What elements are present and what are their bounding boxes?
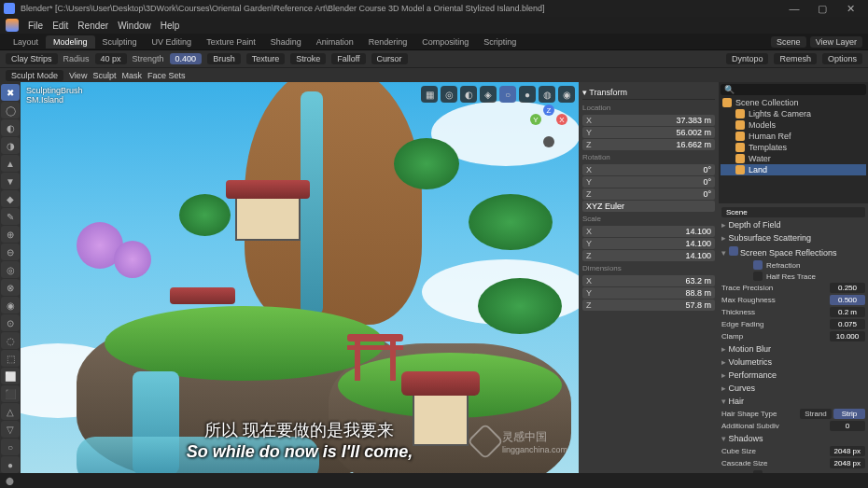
remesh-menu[interactable]: Remesh <box>774 53 817 64</box>
shading-rendered-icon[interactable]: ◉ <box>558 86 575 103</box>
menu-window[interactable]: Window <box>118 21 151 31</box>
minimize-button[interactable]: — <box>780 3 808 14</box>
max-roughness-field[interactable]: 0.500 <box>830 295 865 305</box>
mask-menu[interactable]: Mask <box>121 71 142 80</box>
tool-crease[interactable]: ◆ <box>1 190 20 207</box>
menu-help[interactable]: Help <box>161 21 180 31</box>
tool-pose[interactable]: ⬜ <box>1 368 20 384</box>
trace-precision-field[interactable]: 0.250 <box>830 283 865 293</box>
rotation-z-field[interactable]: Z0° <box>582 188 715 200</box>
tab-modeling[interactable]: Modeling <box>46 35 95 49</box>
menu-file[interactable]: File <box>28 21 43 31</box>
outliner-item-water[interactable]: Water <box>721 153 866 164</box>
tab-sculpting[interactable]: Sculpting <box>95 35 145 49</box>
hairshape-strip-button[interactable]: Strip <box>833 409 865 419</box>
shadows-section[interactable]: Shadows <box>721 432 865 445</box>
tab-scripting[interactable]: Scripting <box>476 35 524 49</box>
view-menu[interactable]: View <box>69 71 87 80</box>
radius-field[interactable]: 40 px <box>95 53 127 64</box>
edge-fading-field[interactable]: 0.075 <box>830 319 865 329</box>
tool-boundary[interactable]: ○ <box>1 439 20 455</box>
tool-smooth[interactable]: ✎ <box>1 208 20 225</box>
dim-y-field[interactable]: Y88.8 m <box>582 287 715 299</box>
outliner-item-templates[interactable]: Templates <box>721 142 866 153</box>
tab-uvediting[interactable]: UV Editing <box>145 35 200 49</box>
sculpt-menu[interactable]: Sculpt <box>92 71 116 80</box>
tool-slide[interactable]: ▽ <box>1 421 20 438</box>
scene-name-field[interactable]: Scene <box>721 207 865 217</box>
tool-blob[interactable]: ▼ <box>1 173 20 189</box>
tool-claystrips[interactable]: ◯ <box>1 102 20 119</box>
refraction-checkbox[interactable] <box>753 260 763 270</box>
location-x-field[interactable]: X37.383 m <box>582 115 715 126</box>
clamp-field[interactable]: 10.000 <box>830 331 865 342</box>
outliner-root[interactable]: Scene Collection <box>721 97 866 108</box>
volumetrics-section[interactable]: Volumetrics <box>721 356 865 369</box>
transform-section-header[interactable]: ▾ Transform <box>582 86 715 100</box>
tab-layout[interactable]: Layout <box>6 35 46 49</box>
hairshape-strand-button[interactable]: Strand <box>800 409 832 419</box>
options-menu[interactable]: Options <box>822 53 862 64</box>
maximize-button[interactable]: ▢ <box>808 3 836 15</box>
tool-draw[interactable]: ✖ <box>1 84 20 101</box>
tool-inflate[interactable]: ▲ <box>1 155 20 172</box>
curves-section[interactable]: Curves <box>721 382 865 395</box>
highbit-checkbox[interactable] <box>753 470 763 473</box>
ssr-checkbox[interactable] <box>729 246 738 256</box>
outliner-search[interactable]: 🔍 <box>721 84 866 95</box>
tool-elastic[interactable]: ⊙ <box>1 314 20 331</box>
menu-render[interactable]: Render <box>77 21 108 31</box>
stroke-menu[interactable]: Stroke <box>290 53 326 64</box>
tool-thumb[interactable]: ⬚ <box>1 350 20 367</box>
tab-texturepaint[interactable]: Texture Paint <box>199 35 263 49</box>
cubesize-field[interactable]: 2048 px <box>830 446 865 456</box>
tab-shading[interactable]: Shading <box>263 35 309 49</box>
halfres-checkbox[interactable] <box>753 272 763 281</box>
brush-menu[interactable]: Brush <box>207 53 241 64</box>
gizmo-camera-icon[interactable]: ◎ <box>441 86 457 103</box>
gizmo-xray-icon[interactable]: ◈ <box>480 86 497 103</box>
scale-x-field[interactable]: X14.100 <box>582 226 715 237</box>
facesets-menu[interactable]: Face Sets <box>147 71 186 80</box>
brush-selector[interactable]: Clay Strips <box>6 53 58 64</box>
tool-scrape[interactable]: ◎ <box>1 261 20 278</box>
location-z-field[interactable]: Z16.662 m <box>582 139 715 150</box>
tab-rendering[interactable]: Rendering <box>361 35 415 49</box>
thickness-field[interactable]: 0.2 m <box>830 307 865 317</box>
tool-rotate[interactable]: △ <box>1 403 20 420</box>
navigation-gizmo[interactable]: X Y Z <box>526 106 569 149</box>
hair-section[interactable]: Hair <box>721 395 865 408</box>
dim-z-field[interactable]: Z57.8 m <box>582 300 715 311</box>
tool-nudge[interactable]: ⬛ <box>1 385 20 402</box>
tool-fill[interactable]: ⊖ <box>1 244 20 260</box>
falloff-menu[interactable]: Falloff <box>331 53 365 64</box>
rotation-x-field[interactable]: X0° <box>582 164 715 175</box>
mode-selector[interactable]: Sculpt Mode <box>6 70 63 81</box>
dof-section[interactable]: Depth of Field <box>721 218 865 231</box>
gizmo-overlay-icon[interactable]: ◐ <box>460 86 477 103</box>
gizmo-select-icon[interactable]: ▦ <box>421 86 438 103</box>
outliner-item-humanref[interactable]: Human Ref <box>721 131 866 142</box>
dim-x-field[interactable]: X63.2 m <box>582 275 715 286</box>
shading-wire-icon[interactable]: ○ <box>499 86 516 103</box>
cascadesize-field[interactable]: 2048 px <box>830 458 865 468</box>
motionblur-section[interactable]: Motion Blur <box>721 342 865 356</box>
tool-layer[interactable]: ◑ <box>1 137 20 154</box>
outliner-item-models[interactable]: Models <box>721 119 866 131</box>
viewlayer-selector[interactable]: View Layer <box>810 36 862 48</box>
tab-compositing[interactable]: Compositing <box>414 35 476 49</box>
menu-edit[interactable]: Edit <box>52 21 68 31</box>
performance-section[interactable]: Performance <box>721 369 865 382</box>
ssr-section[interactable]: Screen Space Reflections <box>721 244 865 259</box>
tool-clay[interactable]: ◐ <box>1 119 20 136</box>
close-button[interactable]: ✕ <box>836 3 864 15</box>
scale-z-field[interactable]: Z14.100 <box>582 250 715 261</box>
3d-viewport[interactable]: SculptingBrush SM.Island ▦ ◎ ◐ ◈ ○ ● ◍ ◉… <box>21 82 579 473</box>
tool-grab[interactable]: ◉ <box>1 297 20 314</box>
rotation-y-field[interactable]: Y0° <box>582 176 715 188</box>
dyntopo-toggle[interactable]: Dyntopo <box>726 53 769 64</box>
outliner-item-land[interactable]: Land <box>721 164 866 175</box>
tool-flatten[interactable]: ⊕ <box>1 226 20 243</box>
subdiv-field[interactable]: 0 <box>830 421 865 431</box>
scale-y-field[interactable]: Y14.100 <box>582 238 715 249</box>
